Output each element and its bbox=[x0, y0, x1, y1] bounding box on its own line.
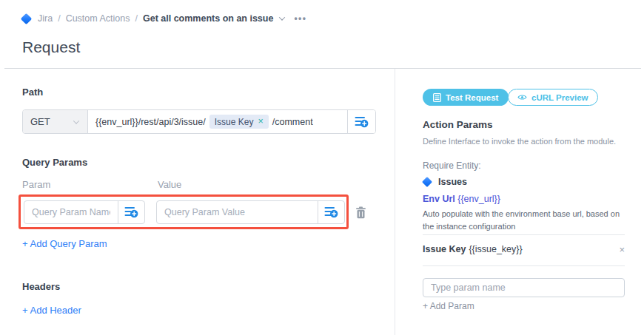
query-param-value-input[interactable] bbox=[157, 201, 318, 223]
path-url-input[interactable]: {{env_url}}/rest/api/3/issue/ Issue Key … bbox=[88, 110, 347, 133]
param-name: Env Url bbox=[423, 194, 455, 204]
chip-remove-icon[interactable]: × bbox=[258, 117, 263, 126]
query-params-label: Query Params bbox=[22, 157, 87, 168]
path-control: GET {{env_url}}/rest/api/3/issue/ Issue … bbox=[22, 109, 376, 134]
breadcrumb-section[interactable]: Custom Actions bbox=[66, 13, 130, 24]
path-url-prefix: {{env_url}}/rest/api/3/issue/ bbox=[95, 117, 206, 127]
entity-name: Issues bbox=[438, 177, 467, 187]
eye-icon bbox=[517, 94, 527, 101]
test-request-button[interactable]: Test Request bbox=[423, 89, 509, 106]
chevron-down-icon[interactable] bbox=[279, 14, 285, 20]
param-token: {{issue_key}} bbox=[469, 244, 522, 254]
param-env-url[interactable]: Env Url {{env_url}} bbox=[423, 194, 500, 204]
delete-query-param-button[interactable] bbox=[355, 206, 366, 221]
more-menu-button[interactable]: ••• bbox=[294, 13, 306, 24]
jira-logo-icon bbox=[21, 13, 33, 24]
require-entity-label: Require Entity: bbox=[423, 160, 481, 171]
headers-label: Headers bbox=[22, 281, 60, 292]
param-divider bbox=[423, 265, 625, 266]
issue-key-chip-label: Issue Key bbox=[215, 117, 254, 127]
path-url-suffix: /comment bbox=[272, 117, 313, 127]
page-title: Request bbox=[22, 38, 80, 56]
add-query-param-link[interactable]: + Add Query Param bbox=[22, 238, 107, 249]
action-params-subtitle: Define Interface to invoke the action fr… bbox=[423, 137, 616, 146]
http-method-select[interactable]: GET bbox=[23, 110, 88, 133]
add-token-icon bbox=[355, 116, 369, 128]
param-issue-key: Issue Key {{issue_key}} × bbox=[423, 244, 625, 254]
param-env-url-description: Auto populate with the environment base … bbox=[423, 208, 625, 233]
breadcrumb-app[interactable]: Jira bbox=[38, 13, 53, 24]
entity-row: Issues bbox=[423, 177, 467, 187]
add-header-link[interactable]: + Add Header bbox=[22, 305, 81, 316]
value-column-header: Value bbox=[158, 179, 181, 190]
query-param-name-input[interactable] bbox=[24, 201, 118, 223]
remove-param-icon[interactable]: × bbox=[619, 245, 625, 254]
breadcrumb-separator: / bbox=[58, 13, 60, 24]
param-token: {{env_url}} bbox=[457, 194, 500, 204]
http-method-value: GET bbox=[30, 116, 50, 127]
trash-icon bbox=[355, 206, 366, 219]
path-add-token-button[interactable] bbox=[347, 110, 375, 133]
panel-divider bbox=[395, 69, 395, 335]
breadcrumb-current-action[interactable]: Get all comments on an issue bbox=[143, 13, 273, 24]
add-param-link[interactable]: + Add Param bbox=[423, 301, 474, 311]
query-param-value-group bbox=[156, 200, 345, 224]
param-divider bbox=[423, 234, 625, 235]
add-token-icon bbox=[324, 206, 338, 218]
query-param-value-add-token-button[interactable] bbox=[318, 201, 344, 223]
add-token-icon bbox=[124, 206, 138, 218]
chevron-down-icon bbox=[73, 118, 79, 123]
action-params-title: Action Params bbox=[423, 119, 493, 130]
test-request-icon bbox=[433, 93, 441, 102]
breadcrumb: Jira / Custom Actions / Get all comments… bbox=[22, 13, 307, 24]
jira-issue-icon bbox=[422, 177, 432, 187]
issue-key-chip[interactable]: Issue Key × bbox=[209, 115, 269, 129]
param-column-header: Param bbox=[22, 179, 50, 190]
path-label: Path bbox=[22, 87, 43, 98]
header-divider bbox=[4, 68, 641, 69]
test-request-label: Test Request bbox=[446, 93, 498, 102]
new-param-name-input[interactable] bbox=[423, 278, 625, 297]
curl-preview-button[interactable]: cURL Preview bbox=[508, 89, 598, 106]
query-param-name-add-token-button[interactable] bbox=[118, 201, 144, 223]
breadcrumb-separator: / bbox=[135, 13, 137, 24]
custom-action-request-page: Jira / Custom Actions / Get all comments… bbox=[0, 0, 644, 335]
param-name: Issue Key bbox=[423, 244, 466, 254]
query-param-name-group bbox=[24, 200, 145, 224]
curl-preview-label: cURL Preview bbox=[531, 93, 588, 102]
